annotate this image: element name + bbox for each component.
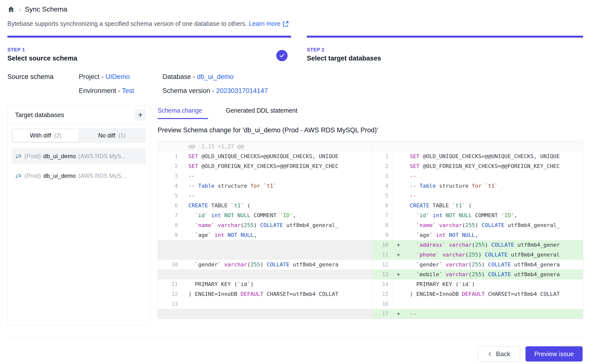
back-button-label: Back [496,350,510,358]
diff-right-cell: 14 PRIMARY KEY (`id`) [372,279,583,289]
diff-hunk-header: @@ -1,15 +1,27 @@ [182,142,372,152]
diff-row: 10+ `address` varchar(255) COLLATE utf8m… [158,240,583,250]
database-env: (Prod) [24,172,41,179]
preview-issue-button[interactable]: Preview issue [525,346,583,362]
diff-code-line: CREATE TABLE `t1` ( [404,201,583,211]
diff-code-line: `id` int NOT NULL COMMENT 'ID', [404,211,583,220]
database-label: Database - [163,73,195,80]
diff-code-line: `id` int NOT NULL COMMENT 'ID', [182,211,372,220]
diff-code-line: CREATE TABLE `t1` ( [182,201,372,211]
diff-left-cell [158,270,372,279]
diff-line-number: 5 [372,191,393,201]
learn-more-link[interactable]: Learn more [249,20,289,27]
chevron-right-icon: › [19,6,21,13]
diff-add-marker: + [393,250,404,260]
page-title: Sync Schema [25,5,67,13]
diff-right-cell: 3-- [372,171,583,181]
diff-add-marker [393,211,404,220]
diff-right-cell: 8 `name` varchar(255) COLLATE utf8mb4_ge… [372,220,583,230]
diff-row: @@ -1,15 +1,27 @@ [158,142,583,152]
diff-code-line [182,240,372,250]
environment-field: Environment - Test [79,87,163,95]
diff-row: 1316 [158,299,583,309]
diff-line-number: 14 [372,279,393,289]
database-instance: (AWS RDS MyS... [78,153,126,160]
project-link[interactable]: UIDemo [105,73,130,80]
diff-right-cell: 4-- Table structure for `t1` [372,181,583,191]
database-item[interactable]: (Prod)db_ui_demo(AWS RDS MyS... [12,168,146,184]
sync-schema-page: › Sync Schema Bytebase supports synchron… [0,0,590,364]
diff-row: 5--5-- [158,191,583,201]
learn-more-label: Learn more [249,20,280,27]
diff-row: 1SET @OLD_UNIQUE_CHECKS=@@UNIQUE_CHECKS,… [158,152,583,161]
diff-add-marker [393,299,404,309]
diff-line-number: 13 [372,270,393,279]
diff-left-cell: 7 `id` int NOT NULL COMMENT 'ID', [158,211,372,220]
diff-line-number: 13 [158,299,182,309]
diff-code-line: ) ENGINE=InnoDB DEFAULT CHARSET=utf8mb4 … [182,289,372,299]
step-1: STEP 1 Select source schema [7,36,291,62]
diff-line-number: 5 [158,191,182,201]
diff-left-cell: @@ -1,15 +1,27 @@ [158,142,372,152]
diff-code-line: `age` int NOT NULL, [404,230,583,240]
add-database-button[interactable]: + [135,109,146,121]
diff-right-cell: 6CREATE TABLE `t1` ( [372,201,583,211]
diff-line-number [372,142,393,152]
diff-add-marker [393,181,404,191]
diff-code-line: `name` varchar(255) COLLATE utf8mb4_gene… [404,220,583,230]
schema-version-link[interactable]: 20230317014147 [216,87,268,94]
diff-row: 13+ `mobile` varchar(255) COLLATE utf8mb… [158,270,583,279]
tab-with-diff[interactable]: With diff (2) [13,129,79,142]
diff-right-cell: 13+ `mobile` varchar(255) COLLATE utf8mb… [372,270,583,279]
diff-code-line: PRIMARY KEY (`id`) [182,279,372,289]
mysql-icon [15,153,22,160]
database-item[interactable]: (Prod)db_ui_demo(AWS RDS MyS... [12,148,146,164]
diff-line-number: 12 [158,289,182,299]
tab-generated-ddl[interactable]: Generated DDL statement [226,107,297,119]
diff-line-number [158,142,182,152]
diff-row: 17+-- [158,309,583,319]
diff-line-number: 2 [372,161,393,171]
environment-link[interactable]: Test [122,87,134,94]
diff-viewer: @@ -1,15 +1,27 @@1SET @OLD_UNIQUE_CHECKS… [158,141,583,319]
step-1-progress-bar [7,36,291,38]
diff-filter-tabs: With diff (2) No diff (1) [12,128,146,143]
target-databases-panel: Target databases + With diff (2) No diff… [7,106,150,325]
diff-right-cell: 10+ `address` varchar(255) COLLATE utf8m… [372,240,583,250]
diff-right-cell: 1SET @OLD_UNIQUE_CHECKS=@@UNIQUE_CHECKS,… [372,152,583,161]
diff-row: 11+ `phone` varchar(255) COLLATE utf8mb4… [158,250,583,260]
diff-code-line: -- [182,171,372,181]
target-databases-header: Target databases + [8,106,150,124]
diff-line-number: 4 [372,181,393,191]
diff-code-line: -- [182,191,372,201]
diff-add-marker [393,171,404,181]
step-1-completed-badge [276,50,288,61]
diff-row: 9 `age` int NOT NULL,9 `age` int NOT NUL… [158,230,583,240]
diff-line-number: 2 [158,161,182,171]
tab-no-diff-count: (1) [118,132,126,139]
breadcrumb: › Sync Schema [7,4,583,14]
diff-add-marker: + [393,240,404,250]
diff-left-cell [158,309,372,319]
diff-left-cell: 12) ENGINE=InnoDB DEFAULT CHARSET=utf8mb… [158,289,372,299]
diff-left-cell: 4-- Table structure for `t1` [158,181,372,191]
diff-right-cell: 12 `gender` varchar(255) COLLATE utf8mb4… [372,260,583,270]
tab-schema-change[interactable]: Schema change [158,107,208,119]
database-link[interactable]: db_ui_demo [197,73,234,80]
diff-code-line: `gender` varchar(255) COLLATE utf8mb4_ge… [182,260,372,270]
stepper: STEP 1 Select source schema STEP 2 Selec… [7,36,583,62]
diff-line-number: 7 [372,211,393,220]
home-icon[interactable] [7,6,15,13]
diff-code-line [182,250,372,260]
schema-change-tabs: Schema change Generated DDL statement [158,106,583,119]
diff-row: 2SET @OLD_FOREIGN_KEY_CHECKS=@@FOREIGN_K… [158,161,583,171]
diff-code-line: `name` varchar(255) COLLATE utf8mb4_gene… [182,220,372,230]
diff-line-number: 10 [372,240,393,250]
tab-no-diff[interactable]: No diff (1) [79,129,145,142]
diff-row: 4-- Table structure for `t1`4-- Table st… [158,181,583,191]
diff-line-number: 10 [158,260,182,270]
check-icon [279,53,285,59]
back-button[interactable]: Back [478,346,520,362]
diff-left-cell: 8 `name` varchar(255) COLLATE utf8mb4_ge… [158,220,372,230]
diff-line-number: 17 [372,309,393,319]
